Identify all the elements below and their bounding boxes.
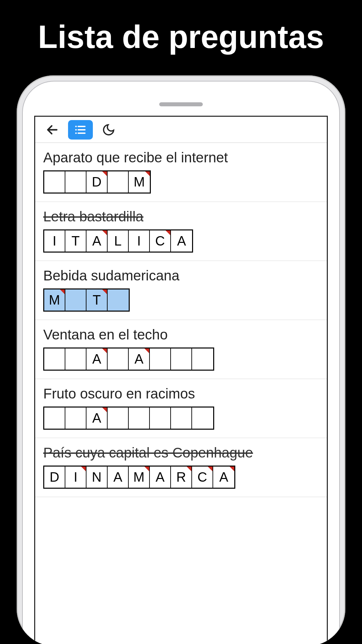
svg-point-3 <box>75 129 77 130</box>
letter-cell[interactable] <box>44 171 65 193</box>
clue-item[interactable]: Ventana en el techoAA <box>35 320 327 379</box>
letter-cell[interactable]: A <box>108 467 129 488</box>
night-mode-button[interactable] <box>96 120 121 140</box>
clue-text: Bebida sudamericana <box>43 268 179 284</box>
clue-text: Fruto oscuro en racimos <box>43 386 195 402</box>
letter-cell[interactable] <box>108 348 129 370</box>
letter-cell[interactable]: L <box>108 230 129 252</box>
letter-cell[interactable]: A <box>86 230 108 252</box>
letter-cell[interactable] <box>171 408 192 429</box>
page-title: Lista de preguntas <box>0 0 362 55</box>
letter-cell[interactable] <box>65 348 86 370</box>
clue-text: Aparato que recibe el internet <box>43 150 228 166</box>
letter-cell[interactable]: A <box>171 230 192 252</box>
letter-cell[interactable] <box>108 171 129 193</box>
clue-item[interactable]: Aparato que recibe el internetDM <box>35 143 327 202</box>
list-view-button[interactable] <box>68 120 93 140</box>
phone-frame: Aparato que recibe el internetDMLetra ba… <box>17 75 345 644</box>
answer-cells: DM <box>43 170 151 194</box>
answer-cells: ITALICA <box>43 229 193 253</box>
letter-cell[interactable] <box>44 348 65 370</box>
clue-item[interactable]: Letra bastardillaITALICA <box>35 202 327 261</box>
answer-cells: MT <box>43 288 130 312</box>
letter-cell[interactable] <box>129 408 150 429</box>
letter-cell[interactable]: D <box>86 171 108 193</box>
answer-cells: A <box>43 407 214 430</box>
toolbar <box>35 117 327 143</box>
phone-speaker <box>159 102 203 106</box>
letter-cell[interactable]: A <box>86 408 108 429</box>
app-screen: Aparato que recibe el internetDMLetra ba… <box>34 116 328 644</box>
clue-item[interactable]: Bebida sudamericanaMT <box>35 261 327 320</box>
letter-cell[interactable]: A <box>150 467 171 488</box>
letter-cell[interactable] <box>150 348 171 370</box>
letter-cell[interactable]: M <box>44 289 65 311</box>
letter-cell[interactable]: A <box>86 348 108 370</box>
answer-cells: DINAMARCA <box>43 466 235 489</box>
letter-cell[interactable]: I <box>129 230 150 252</box>
back-button[interactable] <box>40 120 65 140</box>
letter-cell[interactable] <box>192 408 213 429</box>
letter-cell[interactable] <box>65 289 86 311</box>
clue-text: Ventana en el techo <box>43 327 168 343</box>
letter-cell[interactable] <box>44 408 65 429</box>
letter-cell[interactable]: M <box>129 467 150 488</box>
arrow-left-icon <box>46 123 59 137</box>
letter-cell[interactable] <box>65 171 86 193</box>
letter-cell[interactable]: M <box>129 171 150 193</box>
letter-cell[interactable]: N <box>86 467 108 488</box>
letter-cell[interactable]: T <box>65 230 86 252</box>
clue-text: País cuya capital es Copenhague <box>43 445 253 461</box>
svg-point-1 <box>75 125 77 127</box>
letter-cell[interactable]: T <box>86 289 108 311</box>
letter-cell[interactable] <box>108 408 129 429</box>
moon-icon <box>102 123 115 137</box>
clue-item[interactable]: Fruto oscuro en racimosA <box>35 379 327 438</box>
letter-cell[interactable]: D <box>44 467 65 488</box>
list-icon <box>74 123 87 137</box>
letter-cell[interactable] <box>150 408 171 429</box>
letter-cell[interactable]: C <box>150 230 171 252</box>
answer-cells: AA <box>43 347 214 371</box>
letter-cell[interactable] <box>192 348 213 370</box>
letter-cell[interactable]: I <box>44 230 65 252</box>
svg-point-5 <box>75 132 77 134</box>
letter-cell[interactable] <box>171 348 192 370</box>
letter-cell[interactable] <box>108 289 129 311</box>
letter-cell[interactable]: I <box>65 467 86 488</box>
clue-list: Aparato que recibe el internetDMLetra ba… <box>35 143 327 497</box>
letter-cell[interactable]: R <box>171 467 192 488</box>
letter-cell[interactable] <box>65 408 86 429</box>
letter-cell[interactable]: A <box>129 348 150 370</box>
clue-text: Letra bastardilla <box>43 209 143 225</box>
clue-item[interactable]: País cuya capital es CopenhagueDINAMARCA <box>35 438 327 497</box>
letter-cell[interactable]: C <box>192 467 213 488</box>
phone-bezel: Aparato que recibe el internetDMLetra ba… <box>22 81 340 644</box>
letter-cell[interactable]: A <box>213 467 234 488</box>
